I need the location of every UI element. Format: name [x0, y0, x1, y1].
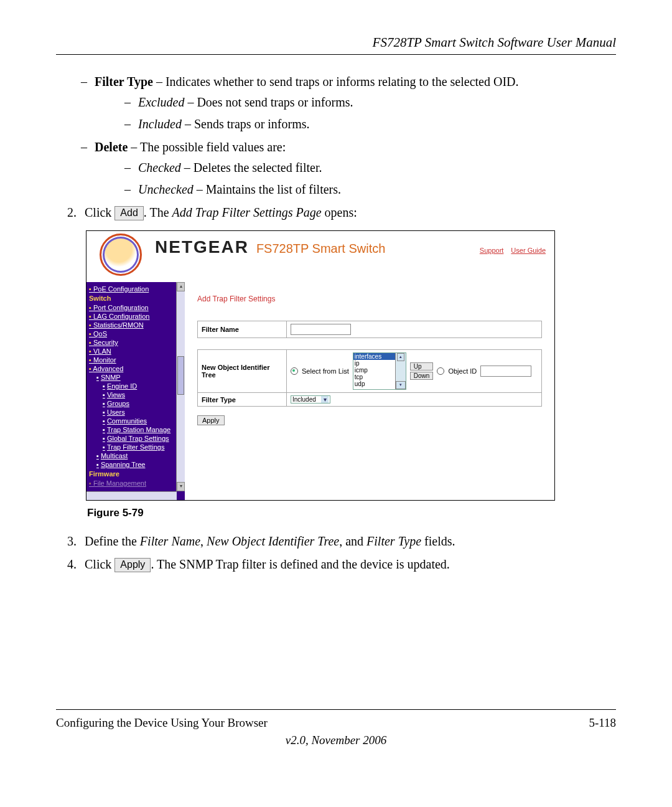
sidebar-item-spanning-tree[interactable]: Spanning Tree	[89, 460, 184, 469]
sidebar-item-lag-configuration[interactable]: LAG Configuration	[89, 312, 184, 321]
step-2-text-b: The	[149, 205, 172, 219]
sidebar-item-advanced[interactable]: Advanced	[89, 364, 184, 373]
select-from-list-label: Select from List	[302, 367, 349, 375]
footer-chapter-title: Configuring the Device Using Your Browse…	[56, 716, 268, 730]
support-link[interactable]: Support	[480, 247, 504, 254]
sidebar-item-snmp[interactable]: SNMP	[89, 373, 184, 382]
delete-desc: – The possible field values are:	[128, 140, 286, 154]
step-3-field-1: Filter Name	[140, 534, 200, 548]
object-id-input[interactable]	[480, 366, 531, 377]
step-2-number: 2.	[67, 205, 77, 220]
filter-type-label: Filter Type	[95, 75, 153, 88]
sidebar-item-statistics-rmon[interactable]: Statistics/RMON	[89, 321, 184, 329]
unchecked-label: Unchecked	[138, 182, 194, 196]
panel-title: Add Trap Filter Settings	[197, 295, 542, 303]
step-3-field-3: Filter Type	[366, 534, 421, 548]
sidebar-item-groups[interactable]: Groups	[89, 399, 184, 408]
brand-text: NETGEAR	[155, 237, 249, 257]
screenshot-add-trap-filter: NETGEAR FS728TP Smart Switch Support Use…	[86, 230, 555, 501]
sidebar-item-security[interactable]: Security	[89, 338, 184, 347]
excluded-label: Excluded	[138, 95, 184, 109]
object-id-label: Object ID	[448, 367, 477, 375]
filter-type-select[interactable]: Included	[291, 395, 330, 404]
excluded-desc: – Does not send traps or informs.	[184, 95, 353, 109]
sidebar-scrollbar-horizontal[interactable]	[86, 491, 177, 500]
product-name: FS728TP Smart Switch	[256, 242, 385, 256]
up-button[interactable]: Up	[410, 362, 434, 370]
figure-5-79: NETGEAR FS728TP Smart Switch Support Use…	[86, 230, 616, 519]
listbox-scrollbar[interactable]: ▴ ▾	[395, 353, 406, 389]
step-3-text-a: Define the	[85, 534, 140, 548]
scroll-up-arrow-icon[interactable]: ▴	[397, 353, 404, 361]
add-button-inline: Add	[114, 206, 143, 220]
step-3-text-c: , and	[339, 534, 366, 548]
sidebar-category-switch: Switch	[89, 293, 184, 303]
scroll-thumb[interactable]	[177, 356, 184, 395]
step-2-text-a: Click	[85, 205, 114, 219]
sidebar-nav: PoE Configuration Switch Port Configurat…	[86, 282, 185, 500]
sidebar-item-qos[interactable]: QoS	[89, 329, 184, 338]
bullet-filter-type: –Filter Type – Indicates whether to send…	[81, 75, 616, 131]
step-2-page-name: Add Trap Filter Settings Page	[172, 205, 322, 219]
sidebar-item-communities[interactable]: Communities	[89, 417, 184, 425]
step-4-text-a: Click	[85, 557, 114, 571]
user-guide-link[interactable]: User Guide	[511, 247, 546, 254]
sidebar-category-firmware: Firmware	[89, 469, 184, 479]
sidebar-item-trap-station-manage[interactable]: Trap Station Manage	[89, 425, 184, 434]
checked-desc: – Deletes the selected filter.	[181, 161, 322, 174]
filter-type-desc: – Indicates whether to send traps or inf…	[153, 75, 519, 88]
apply-button[interactable]: Apply	[197, 415, 225, 425]
sidebar-scrollbar-vertical[interactable]: ▴ ▾	[176, 282, 185, 491]
footer-page-number: 5-118	[589, 716, 616, 730]
filter-type-form-label: Filter Type	[198, 393, 287, 407]
delete-label: Delete	[95, 140, 128, 154]
sidebar-item-file-management[interactable]: File Management	[89, 479, 184, 488]
figure-caption: Figure 5-79	[87, 507, 616, 519]
sidebar-item-trap-filter-settings[interactable]: Trap Filter Settings	[89, 443, 184, 451]
step-4: 4. Click Apply. The SNMP Trap filter is …	[67, 557, 616, 572]
bullet-delete: –Delete – The possible field values are:…	[81, 140, 616, 197]
sidebar-item-engine-id[interactable]: Engine ID	[89, 382, 184, 390]
filter-name-label: Filter Name	[198, 321, 287, 338]
included-label: Included	[138, 117, 182, 131]
new-object-identifier-tree-label: New Object Identifier Tree	[198, 350, 287, 393]
scroll-down-arrow-icon[interactable]: ▾	[177, 482, 185, 491]
sidebar-item-monitor[interactable]: Monitor	[89, 356, 184, 364]
step-3-number: 3.	[67, 534, 77, 549]
oid-listbox[interactable]: interfaces ip icmp tcp udp ▴ ▾	[353, 352, 406, 390]
step-4-number: 4.	[67, 557, 77, 572]
scroll-up-arrow-icon[interactable]: ▴	[177, 282, 185, 291]
checked-label: Checked	[138, 161, 181, 174]
down-button[interactable]: Down	[410, 372, 434, 380]
object-id-radio[interactable]	[437, 367, 444, 375]
sidebar-item-multicast[interactable]: Multicast	[89, 451, 184, 460]
scroll-down-arrow-icon[interactable]: ▾	[396, 381, 406, 389]
select-from-list-radio[interactable]	[291, 367, 298, 375]
footer-version: v2.0, November 2006	[56, 734, 616, 747]
sidebar-item-users[interactable]: Users	[89, 408, 184, 417]
unchecked-desc: – Maintains the list of filters.	[194, 182, 341, 196]
step-3-text-d: fields.	[421, 534, 455, 548]
apply-button-inline: Apply	[114, 558, 151, 572]
step-4-text-b: . The SNMP Trap filter is defined and th…	[151, 557, 449, 571]
step-3: 3. Define the Filter Name, New Object Id…	[67, 534, 616, 549]
sidebar-item-views[interactable]: Views	[89, 390, 184, 399]
included-desc: – Sends traps or informs.	[182, 117, 310, 131]
step-2: 2. Click Add. The Add Trap Filter Settin…	[67, 205, 616, 220]
filter-name-input[interactable]	[291, 324, 351, 335]
step-3-text-b: ,	[200, 534, 207, 548]
main-panel: Add Trap Filter Settings Filter Name New…	[185, 282, 554, 500]
sidebar-item-poe-configuration[interactable]: PoE Configuration	[89, 285, 184, 293]
sidebar-item-port-configuration[interactable]: Port Configuration	[89, 303, 184, 312]
netgear-logo-icon	[100, 234, 142, 276]
step-3-field-2: New Object Identifier Tree	[207, 534, 339, 548]
doc-header-title: FS728TP Smart Switch Software User Manua…	[56, 35, 616, 55]
sidebar-item-global-trap-settings[interactable]: Global Trap Settings	[89, 434, 184, 443]
sidebar-item-vlan[interactable]: VLAN	[89, 347, 184, 356]
step-2-text-c: opens:	[322, 205, 357, 219]
